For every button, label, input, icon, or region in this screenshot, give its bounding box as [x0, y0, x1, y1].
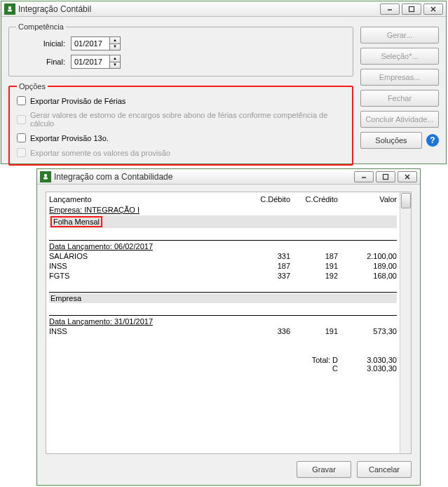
section-folha-mensal: Folha Mensal	[49, 215, 397, 228]
inicial-input[interactable]	[71, 36, 110, 51]
window-integracao-contabilidade: Integração com a Contabilidade Lançament…	[36, 168, 421, 486]
scrollbar[interactable]	[400, 192, 411, 453]
table-row: FGTS 337 192 168,00	[49, 271, 397, 281]
svg-rect-1	[8, 9, 12, 11]
cell-credito: 187	[293, 252, 338, 260]
close-button[interactable]	[398, 171, 417, 182]
col-debito: C.Débito	[245, 195, 290, 204]
close-button[interactable]	[423, 4, 443, 15]
opcoes-legend: Opções	[17, 82, 48, 91]
window-title: Integração com a Contabilidade	[54, 172, 354, 182]
empresa-line: Empresa: INTEGRAÇÃO I	[49, 205, 397, 215]
final-label: Final:	[16, 58, 71, 66]
inicial-spinner[interactable]: ▲▼	[110, 36, 121, 51]
app-icon	[40, 171, 51, 182]
selecao-button: Seleção*...	[360, 48, 439, 65]
chk-exportar-13o-label: Exportar Provisão 13o.	[30, 134, 109, 142]
inicial-label: Inicial:	[16, 39, 71, 48]
cell-lanc: FGTS	[49, 272, 243, 280]
fechar-button: Fechar	[360, 90, 439, 107]
app-icon	[4, 4, 15, 15]
total-d-value: 3.030,30	[341, 356, 397, 364]
cell-debito: 187	[245, 262, 290, 270]
chk-estorno-encargos-box	[17, 115, 26, 124]
chk-exportar-13o[interactable]: Exportar Provisão 13o.	[17, 133, 345, 142]
total-c-label: C	[293, 364, 338, 373]
col-valor: Valor	[341, 195, 397, 204]
table-header: Lançamento C.Débito C.Crédito Valor	[49, 194, 397, 205]
svg-rect-9	[383, 174, 388, 179]
cell-credito: 192	[293, 272, 338, 280]
svg-point-0	[8, 6, 11, 8]
svg-point-6	[44, 173, 47, 176]
competencia-group: Competência Inicial: ▲▼ Final: ▲▼	[8, 22, 353, 76]
scrollbar-thumb[interactable]	[401, 193, 411, 208]
section-label: Empresa	[50, 294, 81, 302]
cell-debito: 331	[245, 252, 290, 260]
cell-credito: 191	[293, 262, 338, 270]
cell-valor: 168,00	[341, 272, 397, 280]
competencia-legend: Competência	[16, 22, 66, 31]
chk-exportar-ferias-box[interactable]	[17, 96, 26, 105]
titlebar[interactable]: Integração com a Contabilidade	[37, 169, 420, 185]
section-empresa: Empresa	[49, 293, 397, 303]
table-row: INSS 187 191 189,00	[49, 261, 397, 271]
chk-somente-provisao-label: Exportar somente os valores da provisão	[30, 149, 170, 157]
cell-lanc: INSS	[49, 327, 243, 335]
cell-lanc: SALÁRIOS	[49, 252, 243, 260]
total-row-c: C 3.030,30	[49, 364, 397, 373]
table-row: SALÁRIOS 331 187 2.100,00	[49, 251, 397, 261]
cancelar-button[interactable]: Cancelar	[357, 461, 412, 478]
cell-lanc: INSS	[49, 262, 243, 270]
minimize-button[interactable]	[380, 4, 400, 15]
solucoes-button[interactable]: Soluções	[360, 132, 422, 149]
chk-somente-provisao: Exportar somente os valores da provisão	[17, 148, 345, 157]
chk-estorno-encargos-label: Gerar valores de estorno de encargos sob…	[30, 111, 345, 128]
cell-valor: 189,00	[341, 262, 397, 270]
chk-exportar-ferias-label: Exportar Provisão de Férias	[30, 97, 125, 105]
titlebar[interactable]: Integração Contábil	[1, 1, 446, 17]
total-d-label: Total: D	[293, 356, 338, 364]
chk-exportar-ferias[interactable]: Exportar Provisão de Férias	[17, 96, 345, 105]
final-spinner[interactable]: ▲▼	[110, 55, 121, 69]
data-lancamento-1: Data Lançamento: 06/02/2017	[49, 241, 397, 251]
empresas-button: Empresas...	[360, 69, 439, 86]
total-c-value: 3.030,30	[341, 364, 397, 373]
concluir-button: Concluir Atividade...	[360, 111, 439, 128]
cell-valor: 2.100,00	[341, 252, 397, 260]
lancamento-list: Lançamento C.Débito C.Crédito Valor Empr…	[46, 192, 412, 454]
maximize-button[interactable]	[402, 4, 421, 15]
cell-debito: 337	[245, 272, 290, 280]
opcoes-group: Opções Exportar Provisão de Férias Gerar…	[8, 82, 353, 166]
window-title: Integração Contábil	[18, 4, 380, 14]
svg-rect-3	[409, 6, 414, 11]
final-input[interactable]	[71, 55, 110, 69]
col-lancamento: Lançamento	[49, 195, 243, 204]
cell-credito: 191	[293, 327, 338, 335]
section-label: Folha Mensal	[50, 216, 102, 227]
cell-valor: 573,30	[341, 327, 397, 335]
minimize-button[interactable]	[354, 171, 374, 182]
data-lancamento-2: Data Lançamento: 31/01/2017	[49, 316, 397, 326]
table-row: INSS 336 191 573,30	[49, 326, 397, 336]
chk-exportar-13o-box[interactable]	[17, 133, 26, 142]
gravar-button[interactable]: Gravar	[297, 461, 351, 478]
gerar-button: Gerar...	[360, 27, 439, 44]
chk-somente-provisao-box	[17, 148, 26, 157]
maximize-button[interactable]	[376, 171, 395, 182]
help-icon[interactable]: ?	[426, 134, 439, 147]
svg-rect-7	[43, 177, 48, 179]
cell-debito: 336	[245, 327, 290, 335]
total-row-d: Total: D 3.030,30	[49, 356, 397, 364]
window-integracao-contabil: Integração Contábil Competência Inicial:…	[1, 1, 447, 164]
chk-estorno-encargos: Gerar valores de estorno de encargos sob…	[17, 111, 345, 128]
col-credito: C.Crédito	[293, 195, 338, 204]
